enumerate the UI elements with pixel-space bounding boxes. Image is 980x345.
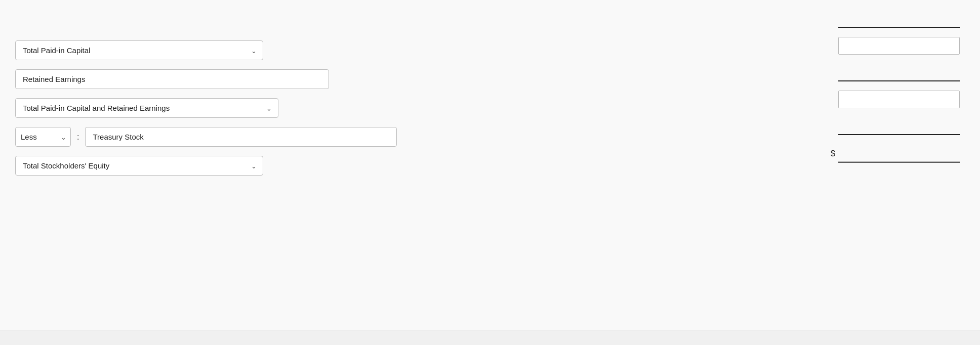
value-box-total-paid-in-capital-retained-earnings [430,91,960,108]
value-box-top-partial [430,10,960,28]
value-box-total-paid-in-capital [430,37,960,55]
total-paid-in-capital-select[interactable]: Total Paid-in Capital [23,46,256,55]
value-input-total-paid-in-capital-retained-earnings[interactable] [838,91,960,108]
left-section: Total Paid-in Capital ⌄ Total Paid-in Ca… [15,10,430,293]
colon-separator: : [77,133,79,142]
less-treasury-row: LessAdd ⌄ : [15,127,430,147]
value-input-retained-earnings[interactable] [838,64,960,81]
value-box-retained-earnings [430,64,960,81]
less-select[interactable]: LessAdd [21,133,65,141]
value-box-treasury-stock [430,117,960,135]
value-input-total-stockholders-equity[interactable] [838,144,960,163]
value-box-total-stockholders-equity: $ [430,144,960,163]
value-input-total-paid-in-capital[interactable] [838,37,960,55]
value-input-top-partial[interactable] [838,10,960,28]
total-paid-in-capital-retained-earnings-select[interactable]: Total Paid-in Capital and Retained Earni… [23,104,271,112]
less-dropdown[interactable]: LessAdd ⌄ [15,127,71,147]
footer-bar [0,330,980,345]
main-container: Total Paid-in Capital ⌄ Total Paid-in Ca… [0,0,980,314]
treasury-stock-input[interactable] [85,127,397,147]
retained-earnings-input[interactable] [15,69,329,89]
right-section: $ [430,10,965,293]
dollar-sign: $ [831,149,835,158]
total-paid-in-capital-dropdown[interactable]: Total Paid-in Capital ⌄ [15,40,263,60]
total-stockholders-equity-dropdown[interactable]: Total Stockholders' Equity ⌄ [15,156,263,176]
total-paid-in-capital-retained-earnings-dropdown[interactable]: Total Paid-in Capital and Retained Earni… [15,98,278,118]
value-input-treasury-stock[interactable] [838,117,960,135]
total-stockholders-equity-select[interactable]: Total Stockholders' Equity [23,161,256,170]
